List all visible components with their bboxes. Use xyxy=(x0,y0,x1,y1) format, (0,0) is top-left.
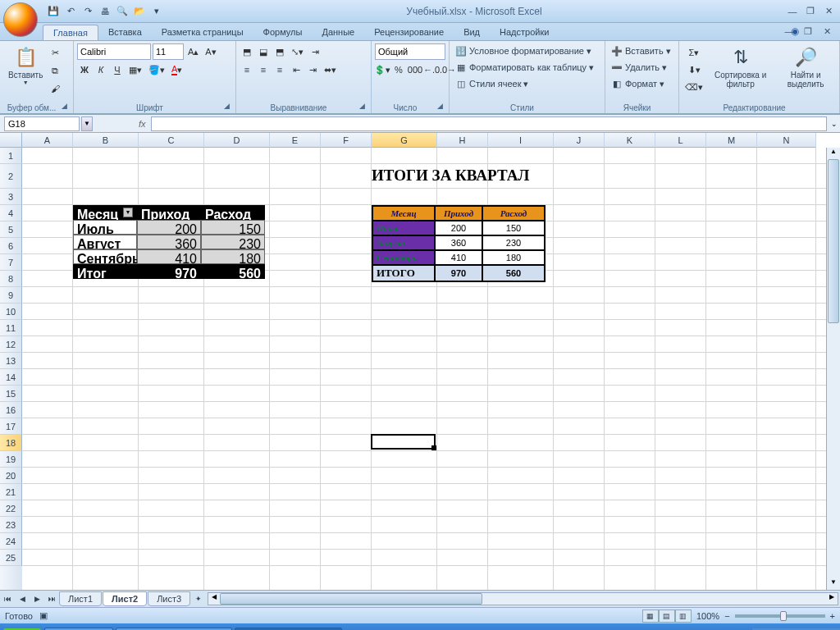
paste-button[interactable]: 📋 Вставить ▼ xyxy=(3,43,48,102)
fx-icon[interactable]: fx xyxy=(139,119,146,129)
ribbon-tab-данные[interactable]: Данные xyxy=(312,25,364,40)
open-icon[interactable]: 📂 xyxy=(132,4,147,19)
shrink-font-icon[interactable]: A▾ xyxy=(203,43,218,60)
ribbon-tab-разметка страницы[interactable]: Разметка страницы xyxy=(152,25,253,40)
format-cells-button[interactable]: ◧Формат ▾ xyxy=(609,75,675,92)
row-header-24[interactable]: 24 xyxy=(0,533,22,550)
row-header-10[interactable]: 10 xyxy=(0,304,22,320)
number-format-select[interactable] xyxy=(375,43,445,60)
tab-nav-first-icon[interactable]: ⏮ xyxy=(0,592,15,605)
percent-icon[interactable]: % xyxy=(391,62,406,78)
qat-dropdown-icon[interactable]: ▾ xyxy=(149,4,164,19)
horizontal-scrollbar[interactable]: ◀ ▶ xyxy=(208,592,838,605)
zoom-out-icon[interactable]: − xyxy=(724,611,729,621)
align-left-icon[interactable]: ≡ xyxy=(240,62,254,78)
view-layout-icon[interactable]: ▤ xyxy=(659,609,675,623)
clear-icon[interactable]: ⌫▾ xyxy=(682,79,705,95)
alignment-launcher-icon[interactable]: ◢ xyxy=(359,102,369,112)
col-header-E[interactable]: E xyxy=(270,133,321,148)
sheet-tab-Лист3[interactable]: Лист3 xyxy=(148,591,190,606)
wrap-text-icon[interactable]: ⇥ xyxy=(308,43,322,60)
col-header-J[interactable]: J xyxy=(554,133,605,148)
row-header-13[interactable]: 13 xyxy=(0,353,22,369)
row-header-17[interactable]: 17 xyxy=(0,418,22,435)
redo-icon[interactable]: ↷ xyxy=(80,4,95,19)
font-launcher-icon[interactable]: ◢ xyxy=(224,102,234,112)
vscroll-thumb[interactable] xyxy=(828,159,839,323)
macro-record-icon[interactable]: ▣ xyxy=(39,610,48,621)
hscroll-thumb[interactable] xyxy=(220,593,482,605)
zoom-in-icon[interactable]: + xyxy=(830,611,835,621)
row-header-25[interactable]: 25 xyxy=(0,550,22,566)
col-header-A[interactable]: A xyxy=(22,133,73,148)
row-header-7[interactable]: 7 xyxy=(0,254,22,271)
font-color-icon[interactable]: A▾ xyxy=(169,62,185,78)
col-header-C[interactable]: C xyxy=(139,133,204,148)
merge-center-icon[interactable]: ⬌▾ xyxy=(322,62,339,78)
tab-nav-prev-icon[interactable]: ◀ xyxy=(15,592,30,605)
name-box-dropdown-icon[interactable]: ▼ xyxy=(81,116,93,131)
conditional-formatting-button[interactable]: 🔢Условное форматирование ▾ xyxy=(453,43,601,59)
underline-button[interactable]: Ч xyxy=(110,62,125,78)
view-normal-icon[interactable]: ▦ xyxy=(642,609,659,623)
doc-close-button[interactable]: ✕ xyxy=(819,25,835,38)
taskbar-item[interactable]: 📁Excel 251 xyxy=(44,628,113,631)
thousands-icon[interactable]: 000 xyxy=(408,62,422,78)
view-pagebreak-icon[interactable]: ▥ xyxy=(675,609,692,623)
orientation-icon[interactable]: ⤡▾ xyxy=(289,43,306,60)
align-right-icon[interactable]: ≡ xyxy=(272,62,287,78)
align-top-icon[interactable]: ⬒ xyxy=(240,43,254,60)
row-header-3[interactable]: 3 xyxy=(0,189,22,205)
indent-decrease-icon[interactable]: ⇤ xyxy=(289,62,304,78)
italic-button[interactable]: К xyxy=(94,62,108,78)
zoom-slider[interactable] xyxy=(735,614,825,618)
print-preview-icon[interactable]: 🔍 xyxy=(115,4,130,19)
align-center-icon[interactable]: ≡ xyxy=(256,62,271,78)
row-header-12[interactable]: 12 xyxy=(0,336,22,353)
ribbon-tab-рецензирование[interactable]: Рецензирование xyxy=(364,25,454,40)
sheet-tab-Лист1[interactable]: Лист1 xyxy=(59,591,102,606)
indent-increase-icon[interactable]: ⇥ xyxy=(305,62,320,78)
quick-print-icon[interactable]: 🖶 xyxy=(98,4,112,19)
zoom-level[interactable]: 100% xyxy=(696,611,719,621)
insert-cells-button[interactable]: ➕Вставить ▾ xyxy=(609,43,675,59)
font-name-select[interactable] xyxy=(77,43,151,60)
filter-icon[interactable]: ▼ xyxy=(123,208,133,217)
ribbon-tab-надстройки[interactable]: Надстройки xyxy=(490,25,559,40)
tab-nav-next-icon[interactable]: ▶ xyxy=(30,592,44,605)
ribbon-tab-главная[interactable]: Главная xyxy=(43,25,98,40)
col-header-N[interactable]: N xyxy=(757,133,816,148)
save-icon[interactable]: 💾 xyxy=(46,4,61,19)
copy-icon[interactable]: ⧉ xyxy=(48,62,62,79)
taskbar-item[interactable]: ▦Microsoft Excel - У... xyxy=(235,628,342,631)
row-header-21[interactable]: 21 xyxy=(0,484,22,500)
border-icon[interactable]: ▦▾ xyxy=(126,62,144,78)
align-bottom-icon[interactable]: ⬒ xyxy=(272,43,287,60)
col-header-L[interactable]: L xyxy=(655,133,706,148)
clipboard-launcher-icon[interactable]: ◢ xyxy=(62,102,71,112)
row-header-18[interactable]: 18 xyxy=(0,435,22,451)
row-header-8[interactable]: 8 xyxy=(0,271,22,287)
autosum-icon[interactable]: Σ▾ xyxy=(682,44,705,61)
row-header-5[interactable]: 5 xyxy=(0,221,22,238)
col-header-F[interactable]: F xyxy=(321,133,372,148)
format-as-table-button[interactable]: ▦Форматировать как таблицу ▾ xyxy=(453,59,601,75)
col-header-M[interactable]: M xyxy=(706,133,757,148)
formula-expand-icon[interactable]: ⌄ xyxy=(829,120,840,128)
cell-styles-button[interactable]: ◫Стили ячеек ▾ xyxy=(453,75,601,92)
row-header-19[interactable]: 19 xyxy=(0,451,22,468)
row-header-6[interactable]: 6 xyxy=(0,238,22,254)
grow-font-icon[interactable]: A▴ xyxy=(185,43,201,60)
row-header-16[interactable]: 16 xyxy=(0,402,22,418)
font-size-select[interactable] xyxy=(153,43,184,60)
taskbar-item[interactable]: 📄ЛР3-2007Редактир... xyxy=(116,628,231,631)
fill-color-icon[interactable]: 🪣▾ xyxy=(146,62,167,78)
col-header-H[interactable]: H xyxy=(437,133,488,148)
row-header-22[interactable]: 22 xyxy=(0,500,22,517)
number-launcher-icon[interactable]: ◢ xyxy=(437,102,447,112)
col-header-I[interactable]: I xyxy=(488,133,554,148)
row-header-9[interactable]: 9 xyxy=(0,287,22,304)
new-sheet-icon[interactable]: ✦ xyxy=(191,592,206,605)
undo-icon[interactable]: ↶ xyxy=(63,4,78,19)
row-header-11[interactable]: 11 xyxy=(0,320,22,336)
